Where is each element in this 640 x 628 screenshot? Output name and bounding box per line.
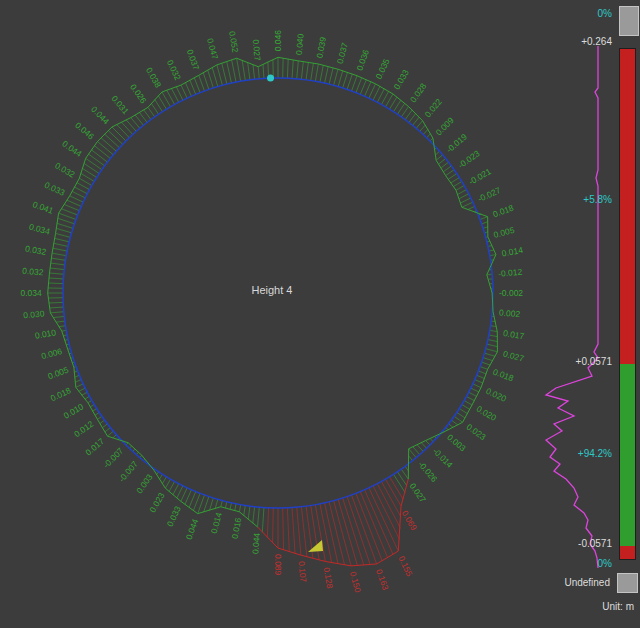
start-marker[interactable]: [267, 75, 274, 82]
deviation-hatch-line: [413, 117, 420, 125]
deviation-hatch-line: [443, 166, 451, 172]
deviation-hatch-line: [457, 412, 465, 418]
deviation-hatch-line: [248, 62, 250, 80]
deviation-hatch-line: [54, 243, 68, 246]
profile-segment: [221, 507, 240, 512]
deviation-label: 0.017: [83, 436, 106, 458]
deviation-hatch-line: [193, 493, 200, 510]
deviation-label: 0.003: [445, 432, 468, 454]
deviation-label: 0.044: [250, 532, 262, 554]
deviation-hatch-line: [301, 61, 303, 79]
scale-undefined-swatch[interactable]: [617, 573, 638, 593]
profile-segment: [318, 64, 338, 69]
datum-marker[interactable]: [308, 540, 323, 552]
deviation-label: 0.163: [374, 568, 391, 592]
deviation-hatch-line: [377, 484, 400, 529]
deviation-hatch-line: [469, 392, 477, 396]
deviation-hatch-line: [84, 163, 99, 173]
deviation-hatch-line: [466, 396, 474, 400]
deviation-hatch-line: [151, 103, 158, 114]
deviation-label: 0.034: [28, 222, 51, 237]
deviation-hatch-line: [471, 388, 479, 392]
deviation-hatch-line: [490, 326, 496, 327]
deviation-hatch-line: [436, 155, 443, 160]
deviation-hatch-line: [297, 61, 299, 79]
deviation-hatch-line: [462, 202, 473, 207]
deviation-hatch-line: [373, 86, 380, 100]
deviation-label: 0.023: [147, 491, 166, 515]
deviation-hatch-line: [208, 70, 214, 88]
scale-top-swatch[interactable]: [619, 6, 639, 36]
deviation-hatch-line: [449, 424, 454, 428]
deviation-hatch-line: [475, 380, 483, 384]
deviation-hatch-line: [126, 120, 136, 132]
deviation-hatch-line: [482, 222, 488, 224]
deviation-hatch-line: [86, 158, 102, 169]
deviation-hatch-line: [79, 178, 91, 185]
deviation-hatch-line: [365, 82, 371, 97]
deviation-hatch-line: [148, 107, 155, 117]
deviation-hatch-line: [53, 248, 67, 251]
deviation-hatch-line: [97, 416, 101, 419]
deviation-hatch-line: [439, 158, 446, 164]
profile-segment: [409, 107, 423, 121]
deviation-hatch-line: [50, 307, 64, 308]
deviation-hatch-line: [347, 74, 352, 89]
deviation-hatch-line: [112, 127, 126, 141]
deviation-hatch-line: [253, 64, 255, 79]
deviation-hatch-line: [301, 507, 306, 557]
deviation-hatch-line: [217, 65, 222, 85]
deviation-hatch-line: [287, 59, 288, 78]
profile-segment: [493, 312, 497, 332]
profile-segment: [97, 127, 112, 142]
deviation-profile: [48, 57, 498, 566]
deviation-hatch-line: [426, 441, 430, 445]
deviation-label: 0.005: [47, 365, 71, 382]
polar-deviation-plot[interactable]: 0.0460.0400.0390.0370.0360.0350.0330.028…: [0, 0, 640, 628]
deviation-label: 0.018: [492, 367, 516, 384]
profile-segment: [401, 479, 408, 506]
deviation-hatch-line: [121, 122, 132, 134]
deviation-hatch-line: [454, 181, 462, 186]
scale-top-percent: 0%: [598, 8, 612, 20]
deviation-hatch-line: [59, 326, 66, 327]
deviation-label: 0.044: [184, 517, 201, 541]
deviation-hatch-line: [52, 253, 66, 256]
deviation-label: 0.032: [24, 244, 47, 258]
deviation-label: 0.039: [314, 36, 328, 59]
deviation-hatch-line: [459, 194, 469, 199]
profile-segment: [351, 564, 377, 566]
deviation-label: 0.150: [348, 570, 363, 593]
deviation-hatch-line: [97, 141, 113, 154]
deviation-label: 0.031: [109, 94, 131, 117]
deviation-hatch-line: [225, 502, 227, 508]
scale-within-percent: +94.2%: [578, 448, 612, 460]
deviation-hatch-line: [489, 335, 498, 337]
deviation-hatch-line: [409, 456, 413, 460]
deviation-label: 0.037: [185, 48, 202, 72]
deviation-label: 0.040: [294, 33, 306, 55]
deviation-hatch-line: [478, 371, 486, 374]
deviation-label: 0.036: [354, 48, 371, 72]
profile-segment: [142, 455, 154, 470]
deviation-label: 0.089: [273, 554, 283, 576]
deviation-hatch-line: [105, 428, 111, 432]
deviation-hatch-line: [436, 151, 440, 155]
deviation-hatch-line: [329, 68, 333, 84]
deviation-hatch-line: [311, 63, 314, 80]
deviation-hatch-line: [377, 89, 384, 103]
profile-segment: [181, 501, 198, 513]
deviation-label: 0.044: [60, 139, 83, 160]
deviation-hatch-line: [352, 495, 377, 564]
deviation-hatch-line: [94, 146, 110, 159]
deviation-hatch-line: [483, 227, 488, 229]
color-scale-bar[interactable]: [619, 48, 636, 560]
deviation-label: -0.007: [117, 459, 140, 484]
deviation-hatch-line: [77, 183, 90, 190]
deviation-hatch-line: [441, 162, 448, 168]
deviation-hatch-line: [287, 508, 289, 552]
deviation-label: 0.018: [492, 203, 516, 220]
deviation-hatch-line: [51, 263, 65, 265]
deviation-hatch-line: [57, 223, 73, 228]
deviation-hatch-line: [484, 353, 495, 356]
